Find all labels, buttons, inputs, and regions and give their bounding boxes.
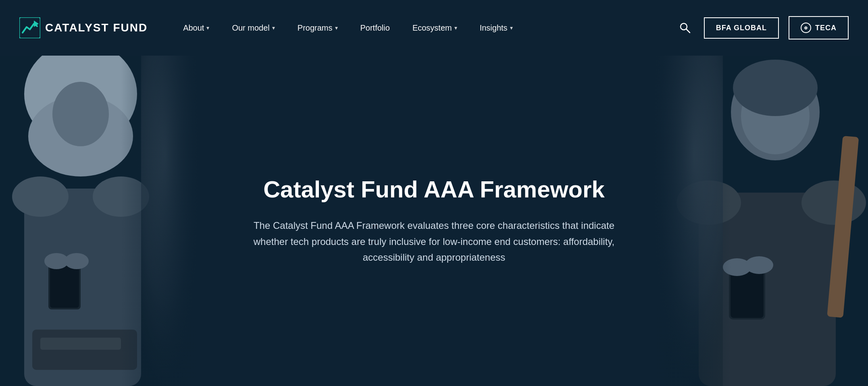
logo-link[interactable]: CATALYST FUND bbox=[19, 17, 148, 38]
search-icon bbox=[679, 22, 691, 34]
teca-button[interactable]: ⊕ TECA bbox=[789, 16, 849, 39]
hero-title: Catalyst Fund AAA Framework bbox=[263, 176, 605, 203]
logo-text: CATALYST FUND bbox=[45, 21, 148, 34]
nav-ecosystem[interactable]: Ecosystem ▾ bbox=[401, 0, 468, 56]
bfa-global-button[interactable]: BFA GLOBAL bbox=[704, 17, 779, 39]
nav-portfolio[interactable]: Portfolio bbox=[349, 0, 401, 56]
bfa-label: BFA GLOBAL bbox=[716, 24, 767, 32]
about-chevron-icon: ▾ bbox=[206, 25, 209, 31]
ecosystem-chevron-icon: ▾ bbox=[454, 25, 457, 31]
insights-chevron-icon: ▾ bbox=[510, 25, 513, 31]
navbar: CATALYST FUND About ▾ Our model ▾ Progra… bbox=[0, 0, 868, 56]
svg-rect-28 bbox=[19, 17, 40, 38]
nav-insights[interactable]: Insights ▾ bbox=[468, 0, 524, 56]
our-model-chevron-icon: ▾ bbox=[272, 25, 275, 31]
programs-chevron-icon: ▾ bbox=[335, 25, 338, 31]
nav-right-actions: BFA GLOBAL ⊕ TECA bbox=[676, 16, 849, 39]
nav-our-model[interactable]: Our model ▾ bbox=[221, 0, 286, 56]
hero-section: CATALYST FUND About ▾ Our model ▾ Progra… bbox=[0, 0, 868, 386]
hero-description: The Catalyst Fund AAA Framework evaluate… bbox=[253, 218, 616, 266]
nav-programs[interactable]: Programs ▾ bbox=[286, 0, 349, 56]
teca-label: TECA bbox=[815, 24, 837, 32]
teca-circle-icon: ⊕ bbox=[801, 23, 811, 33]
svg-line-32 bbox=[686, 29, 690, 33]
hero-content: Catalyst Fund AAA Framework The Catalyst… bbox=[0, 56, 868, 386]
logo-icon bbox=[19, 17, 40, 38]
nav-about[interactable]: About ▾ bbox=[172, 0, 221, 56]
search-button[interactable] bbox=[676, 19, 694, 37]
nav-links: About ▾ Our model ▾ Programs ▾ Portfolio… bbox=[172, 0, 676, 56]
